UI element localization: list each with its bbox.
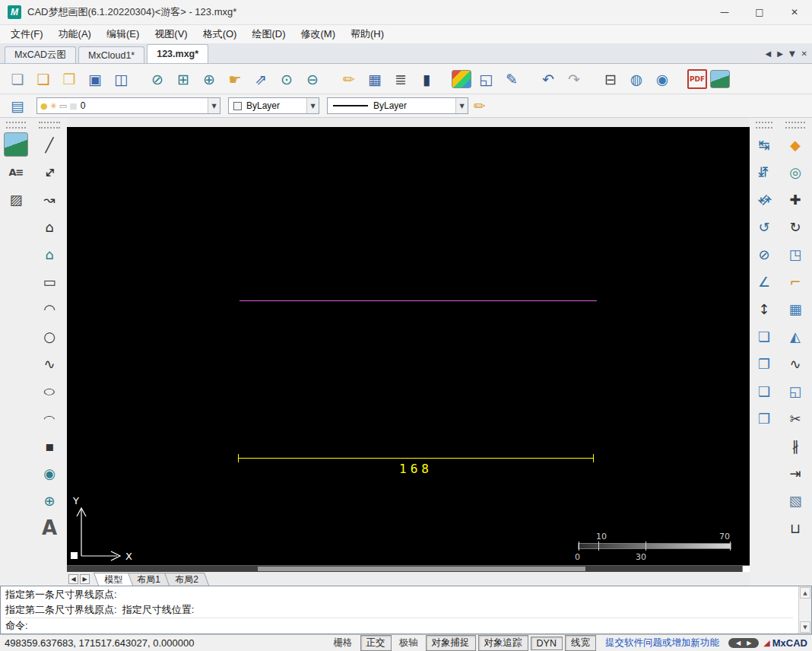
toggle-dyn[interactable]: DYN <box>531 637 563 650</box>
resize-grip[interactable] <box>742 566 750 572</box>
rectangle-icon[interactable]: ▭ <box>37 269 62 294</box>
array-icon[interactable]: ▦ <box>783 297 807 321</box>
toggle-ortho[interactable]: 正交 <box>360 635 392 651</box>
menu-view[interactable]: 视图(V) <box>147 25 195 43</box>
tab-mxcloud1[interactable]: MxCloud1* <box>78 46 144 63</box>
spline-icon[interactable]: ∿ <box>37 351 62 376</box>
arc-icon[interactable]: ◠ <box>37 297 62 321</box>
layout-tab-layout2[interactable]: 布局2 <box>164 573 209 586</box>
status-nav-pill[interactable]: ◀ ▶ <box>728 638 759 648</box>
dim-aligned-icon[interactable]: ↹ <box>752 132 776 157</box>
text-format-icon[interactable]: ≣ <box>389 68 412 91</box>
web-publish-icon[interactable]: ◉ <box>651 68 674 91</box>
stretch-icon[interactable]: ◳ <box>783 242 807 266</box>
linetype-combo[interactable]: ByLayer ▼ <box>327 97 468 114</box>
dim-diameter-icon[interactable]: ⊘ <box>752 242 776 266</box>
leader-icon[interactable]: ❒ <box>752 406 776 430</box>
tab-mxcad-cloud[interactable]: MxCAD云图 <box>5 46 76 63</box>
color-combo[interactable]: ByLayer ▼ <box>228 97 319 114</box>
menu-draw[interactable]: 绘图(D) <box>244 25 293 43</box>
feedback-link[interactable]: 提交软件问题或增加新功能 <box>605 637 719 649</box>
layout-next-icon[interactable]: ▶ <box>80 574 90 584</box>
zoom-out-icon[interactable]: ⊖ <box>301 68 324 91</box>
toggle-grid[interactable]: 栅格 <box>328 636 358 650</box>
text-style-icon[interactable]: A≡ <box>4 160 28 184</box>
command-line-area[interactable]: 指定第一条尺寸界线原点:指定第二条尺寸界线原点: 指定尺寸线位置:命令: ▲ ▼ <box>0 586 812 634</box>
hatch-icon[interactable]: ▨ <box>4 187 28 211</box>
zoom-previous-icon[interactable]: ⊘ <box>146 68 169 91</box>
command-scrollbar[interactable]: ▲ ▼ <box>798 586 811 634</box>
edit-polyline-icon[interactable]: ∿ <box>783 351 807 376</box>
explode-icon[interactable]: ⊔ <box>783 516 807 540</box>
dim-ordinate-icon[interactable]: ↕ <box>752 297 776 321</box>
menu-help[interactable]: 帮助(H) <box>343 25 392 43</box>
toggle-osnap[interactable]: 对象捕捉 <box>426 635 476 651</box>
polygon-icon[interactable]: ⌂ <box>37 214 62 239</box>
menu-edit[interactable]: 编辑(E) <box>99 25 147 43</box>
menu-function[interactable]: 功能(A) <box>51 25 99 43</box>
erase-icon[interactable]: ◆ <box>783 132 807 157</box>
insert-image-icon[interactable] <box>710 70 730 88</box>
close-button[interactable]: ✕ <box>777 0 812 24</box>
tabs-list-icon[interactable]: ▼ <box>789 49 795 58</box>
mirror-icon[interactable]: ◭ <box>783 324 807 348</box>
named-views-icon[interactable]: ◱ <box>474 68 497 91</box>
toggle-lineweight[interactable]: 线宽 <box>565 635 596 651</box>
trim-icon[interactable]: ✂ <box>783 406 807 430</box>
continue-dim-icon[interactable]: ❑ <box>752 379 776 403</box>
menu-format[interactable]: 格式(O) <box>195 25 245 43</box>
toolbar-grip[interactable] <box>6 122 25 129</box>
toggle-polar[interactable]: 极轴 <box>394 636 423 650</box>
tabs-close-icon[interactable]: ✕ <box>801 49 807 58</box>
ellipse-icon[interactable]: ○ <box>37 383 62 398</box>
redo-icon[interactable]: ↷ <box>563 68 585 91</box>
edit-redline-icon[interactable]: ✎ <box>500 68 523 91</box>
tabs-scroll-left-icon[interactable]: ◀ <box>766 49 772 58</box>
scrollbar-thumb[interactable] <box>258 567 585 571</box>
construction-line-icon[interactable]: ↔ <box>32 154 66 189</box>
donut-icon[interactable]: ◉ <box>37 461 62 485</box>
baseline-dim-icon[interactable]: ❐ <box>752 351 776 376</box>
dropdown-arrow-icon[interactable]: ▼ <box>455 98 468 113</box>
offset-icon[interactable]: ⌐ <box>783 269 807 294</box>
dim-linear-icon[interactable]: ↹ <box>752 160 776 184</box>
maximize-button[interactable]: □ <box>742 0 777 24</box>
save-icon[interactable]: ▣ <box>84 68 106 91</box>
open-file-icon[interactable]: ❒ <box>58 68 81 91</box>
print-icon[interactable]: ⊟ <box>599 68 622 91</box>
dropdown-arrow-icon[interactable]: ▼ <box>208 98 220 113</box>
explode-3d-icon[interactable]: ▧ <box>783 488 807 513</box>
drawing-canvas[interactable]: 168 Y X 10 70 0 30 <box>67 127 750 565</box>
dropdown-arrow-icon[interactable]: ▼ <box>306 98 319 113</box>
dim-angular-icon[interactable]: ∠ <box>752 269 776 294</box>
region-icon[interactable]: ⊕ <box>37 488 62 513</box>
new-file-icon[interactable]: ❏ <box>6 68 29 91</box>
layout-tab-model[interactable]: 模型 <box>94 573 133 586</box>
toolbar-grip[interactable] <box>785 122 805 129</box>
draworder-icon[interactable]: ✏ <box>468 94 491 117</box>
inscribed-polygon-icon[interactable]: ⌂ <box>37 242 62 266</box>
line-icon[interactable]: ╱ <box>37 132 62 157</box>
quick-dim-icon[interactable]: ❏ <box>752 324 776 348</box>
zoom-extents-icon[interactable]: ⊙ <box>275 68 298 91</box>
scroll-up-icon[interactable]: ▲ <box>800 587 810 599</box>
nav-right-icon[interactable]: ▶ <box>747 640 751 646</box>
dimension-entity[interactable]: 168 <box>238 450 594 482</box>
toggle-otrack[interactable]: 对象追踪 <box>478 635 528 651</box>
save-all-icon[interactable]: ◫ <box>109 68 132 91</box>
zoom-window-icon[interactable]: ⊞ <box>172 68 195 91</box>
dim-radius-icon[interactable]: ↺ <box>752 214 776 239</box>
layout-prev-icon[interactable]: ◀ <box>68 574 78 584</box>
tab-123mxg[interactable]: 123.mxg* <box>147 44 208 63</box>
layer-combo[interactable]: ●✳▭■ 0 ▼ <box>36 97 220 114</box>
canvas-horizontal-scrollbar[interactable] <box>67 565 750 572</box>
open-template-icon[interactable]: ❑ <box>32 68 55 91</box>
scale-icon[interactable]: ◱ <box>783 379 807 403</box>
rotate-icon[interactable]: ↻ <box>783 214 807 239</box>
color-palette-icon[interactable]: ▦ <box>452 70 471 88</box>
toolbar-grip[interactable] <box>756 122 773 129</box>
layer-manager-icon[interactable]: ▤ <box>6 94 29 117</box>
point-icon[interactable]: ▪ <box>37 433 62 458</box>
extend-icon[interactable]: ⇥ <box>783 461 807 485</box>
nav-left-icon[interactable]: ◀ <box>736 640 741 646</box>
